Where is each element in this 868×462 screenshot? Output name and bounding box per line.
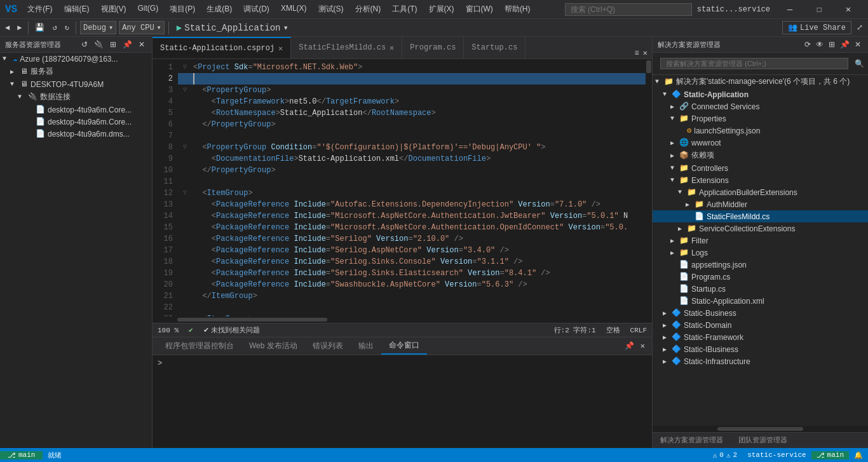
sol-project-static-app[interactable]: ▼ 🔷 Static-Application	[653, 88, 868, 100]
close-all-tabs-button[interactable]: ✕	[641, 48, 649, 58]
menu-build[interactable]: 生成(B)	[201, 3, 237, 16]
connect-button[interactable]: 🔌	[92, 39, 105, 50]
sol-static-domain[interactable]: ▶ 🔷 Static-Domain	[653, 319, 868, 331]
close-panel-button[interactable]: ✕	[853, 39, 863, 50]
tab-web-publish[interactable]: Web 发布活动	[241, 338, 305, 354]
tree-item-data-conn[interactable]: ▼ 🔌 数据连接	[0, 90, 152, 104]
fullscreen-button[interactable]: ⤢	[854, 22, 865, 34]
menu-window[interactable]: 窗口(W)	[461, 3, 498, 16]
sol-static-files-mildd[interactable]: 📄 StaticFilesMildd.cs	[653, 210, 868, 222]
pin-output-button[interactable]: 📌	[623, 341, 636, 351]
sol-static-ibusiness[interactable]: ▶ 🔷 Static-IBusiness	[653, 343, 868, 355]
sol-launch-settings[interactable]: ⚙ launchSettings.json	[653, 125, 868, 137]
tab-startup[interactable]: Startup.cs	[464, 37, 526, 58]
back-button[interactable]: ◀	[3, 22, 12, 34]
solution-search-input[interactable]	[660, 58, 848, 69]
tab-team-explorer[interactable]: 团队资源管理器	[731, 433, 795, 448]
tab-package-manager[interactable]: 程序包管理器控制台	[158, 338, 241, 354]
editor-vertical-scrollbar[interactable]	[646, 59, 652, 316]
menu-extensions[interactable]: 扩展(X)	[424, 3, 459, 16]
sol-scroll-thumb[interactable]	[717, 427, 804, 431]
filter-button[interactable]: ⊞	[108, 39, 118, 50]
global-search-input[interactable]	[565, 3, 692, 16]
editor-code-content[interactable]: ▽ <Project Sdk="Microsoft.NET.Sdk.Web"> …	[178, 59, 646, 316]
refresh-button[interactable]: ↺	[79, 39, 90, 50]
fold-button[interactable]: ▽	[183, 85, 191, 96]
live-share-button[interactable]: 👥 Live Share	[782, 21, 851, 34]
menu-debug[interactable]: 调试(D)	[238, 3, 275, 16]
git-status[interactable]: ⎇ main	[0, 451, 43, 459]
close-panel-button[interactable]: ✕	[137, 39, 147, 50]
menu-view[interactable]: 视图(V)	[96, 3, 132, 16]
sol-app-builder-ext[interactable]: ▼ 📁 ApplicationBuilderExtensions	[653, 186, 868, 198]
sol-appsettings[interactable]: 📄 appsettings.json	[653, 259, 868, 271]
close-output-button[interactable]: ✕	[639, 341, 647, 351]
scrollbar-thumb[interactable]	[646, 60, 651, 73]
run-button[interactable]: ▶ Static_Application ▾	[173, 21, 292, 34]
tab-program[interactable]: Program.cs	[402, 37, 464, 58]
close-tab-button[interactable]: ✕	[278, 44, 283, 53]
tree-item-desktop[interactable]: ▼ 🖥 DESKTOP-4TU9A6M	[0, 78, 152, 90]
sol-wwwroot[interactable]: ▶ 🌐 wwwroot	[653, 137, 868, 149]
tab-staticfiles[interactable]: StaticFilesMildd.cs ✕	[291, 37, 402, 58]
tab-error-list[interactable]: 错误列表	[305, 338, 351, 354]
list-item[interactable]: 📄 desktop-4tu9a6m.dms...	[0, 128, 152, 140]
close-tab-button[interactable]: ✕	[390, 43, 394, 53]
sol-static-framework[interactable]: ▶ 🔷 Static-Framework	[653, 331, 868, 343]
sol-startup-cs[interactable]: 📄 Startup.cs	[653, 283, 868, 295]
menu-git[interactable]: Git(G)	[133, 3, 164, 16]
close-button[interactable]: ✕	[834, 0, 863, 19]
menu-tools[interactable]: 工具(T)	[387, 3, 422, 16]
sol-dependencies[interactable]: ▶ 📦 依赖项	[653, 149, 868, 162]
tree-item-server[interactable]: ▶ 🖥 服务器	[0, 65, 152, 78]
menu-test[interactable]: 测试(S)	[313, 3, 349, 16]
solution-h-scrollbar[interactable]	[653, 426, 868, 432]
menu-project[interactable]: 项目(P)	[165, 3, 200, 16]
menu-analyze[interactable]: 分析(N)	[350, 3, 386, 16]
error-count[interactable]: ⚠ 0 ⚠ 2	[708, 451, 742, 459]
platform-dropdown[interactable]: Any CPU ▾	[119, 21, 165, 34]
sol-service-coll-ext[interactable]: ▶ 📁 ServiceCollectionExtensions	[653, 222, 868, 234]
command-window-content[interactable]: >	[153, 355, 652, 448]
menu-edit[interactable]: 编辑(E)	[59, 3, 95, 16]
tree-item-azure[interactable]: ▼ ☁ Azure (18872046079@163...	[0, 53, 152, 65]
fold-button[interactable]: ▽	[183, 313, 191, 316]
maximize-button[interactable]: ☐	[804, 0, 834, 19]
tab-solution-explorer[interactable]: 解决方案资源管理器	[653, 433, 731, 448]
sol-static-business[interactable]: ▶ 🔷 Static-Business	[653, 307, 868, 319]
fold-button[interactable]: ▽	[183, 62, 191, 73]
forward-button[interactable]: ▶	[15, 22, 24, 34]
menu-xml[interactable]: XML(X)	[276, 3, 312, 16]
redo-button[interactable]: ↻	[62, 22, 72, 34]
list-item[interactable]: 📄 desktop-4tu9a6m.Core...	[0, 104, 152, 116]
list-item[interactable]: 📄 desktop-4tu9a6m.Core...	[0, 116, 152, 128]
fold-button[interactable]: ▽	[183, 187, 191, 199]
sol-properties[interactable]: ▼ 📁 Properties	[653, 112, 868, 125]
save-all-button[interactable]: 💾	[32, 22, 47, 34]
zoom-level[interactable]: 100 %	[158, 327, 179, 334]
fold-button[interactable]: ▽	[183, 142, 191, 153]
editor-horizontal-scrollbar[interactable]	[153, 316, 652, 323]
window-controls[interactable]: — ☐ ✕	[775, 0, 863, 19]
sol-auth-middler[interactable]: ▶ 📁 AuthMiddler	[653, 198, 868, 210]
branch-status[interactable]: ⎇ main	[811, 451, 849, 459]
sol-filter[interactable]: ▶ 📁 Filter	[653, 234, 868, 247]
sol-controllers[interactable]: ▼ 📁 Controllers	[653, 162, 868, 174]
search-icon[interactable]: 🔍	[853, 58, 865, 70]
sol-extensions[interactable]: ▼ 📁 Extensions	[653, 174, 868, 186]
sol-connected-services[interactable]: ▶ 🔗 Connected Services	[653, 100, 868, 112]
sol-app-xml[interactable]: 📄 Static-Application.xml	[653, 295, 868, 307]
h-scrollbar-thumb[interactable]	[177, 318, 327, 322]
sol-program-cs[interactable]: 📄 Program.cs	[653, 271, 868, 283]
undo-button[interactable]: ↺	[50, 22, 59, 34]
menu-help[interactable]: 帮助(H)	[499, 3, 536, 16]
tab-output[interactable]: 输出	[351, 338, 381, 354]
filter-button[interactable]: ⊞	[827, 39, 837, 50]
pin-button[interactable]: 📌	[838, 39, 851, 50]
sol-static-infrastructure[interactable]: ▶ 🔷 Static-Infrastructure	[653, 355, 868, 367]
menu-bar[interactable]: 文件(F) 编辑(E) 视图(V) Git(G) 项目(P) 生成(B) 调试(…	[22, 3, 535, 16]
tab-command-window[interactable]: 命令窗口	[381, 337, 427, 355]
pin-button[interactable]: 📌	[121, 39, 134, 50]
menu-file[interactable]: 文件(F)	[22, 3, 57, 16]
sol-root[interactable]: ▼ 📁 解决方案'static-manage-service'(6 个项目，共 …	[653, 75, 868, 88]
